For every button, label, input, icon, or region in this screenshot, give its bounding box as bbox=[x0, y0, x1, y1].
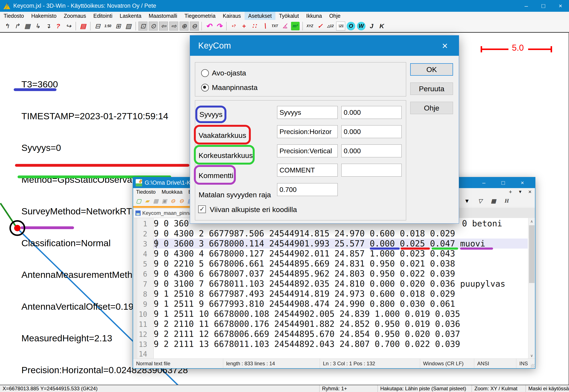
editor-row[interactable]: 11 9 2 2110 11 6678000.176 24544901.882 … bbox=[133, 319, 528, 329]
scroll-down-icon[interactable]: ∨ bbox=[528, 352, 535, 359]
text-txt-icon[interactable]: TXT bbox=[270, 21, 280, 31]
funnel-icon[interactable]: ▽ bbox=[476, 197, 484, 205]
menu-item[interactable]: Asetukset bbox=[245, 12, 275, 20]
print-icon[interactable]: ⊟ bbox=[93, 21, 103, 31]
tab-keycom-maan-pinnal[interactable]: Keycom_maan_pinnal bbox=[134, 208, 194, 218]
write-file-icon[interactable]: ↪ bbox=[63, 21, 73, 31]
point-add-icon[interactable]: + bbox=[239, 21, 249, 31]
menu-item[interactable]: Maastomalli bbox=[145, 12, 181, 20]
dialog-close-button[interactable]: × bbox=[437, 35, 452, 56]
point-multi-icon[interactable]: ∷ bbox=[249, 21, 259, 31]
editor-row[interactable]: 9 9 1 2511 9 6677993.810 24544908.474 24… bbox=[133, 299, 528, 309]
selected-point[interactable] bbox=[14, 225, 21, 231]
zoom-point-icon[interactable]: ⊙ bbox=[148, 21, 158, 31]
resize-grip[interactable] bbox=[531, 364, 535, 368]
save-as-file-icon[interactable]: ↴ bbox=[43, 21, 53, 31]
page-setup-icon[interactable]: ⊞ bbox=[113, 21, 123, 31]
zoom-extents-icon[interactable]: ⊡ bbox=[138, 21, 148, 31]
menu-item[interactable]: Laskenta bbox=[116, 12, 145, 20]
letter-j-icon[interactable]: J bbox=[367, 21, 376, 31]
editor-row[interactable]: 12 9 2 2111 12 6678006.669 24544895.670 … bbox=[133, 329, 528, 339]
editor-minimize-button[interactable]: – bbox=[474, 177, 494, 188]
new-tab-button[interactable]: + bbox=[509, 189, 512, 195]
close-tab-button[interactable]: × bbox=[528, 189, 532, 195]
raster-icon[interactable]: ▨ bbox=[123, 21, 133, 31]
depth-field-name[interactable]: Syvyys bbox=[277, 106, 338, 119]
radio-selected-icon[interactable] bbox=[201, 84, 209, 91]
close-doc-icon[interactable]: ⊖ bbox=[169, 197, 177, 205]
angle-calc-icon[interactable]: ∡ bbox=[280, 21, 290, 31]
open-file-icon[interactable]: ▰ bbox=[143, 197, 151, 205]
scroll-up-icon[interactable]: ∧ bbox=[528, 218, 535, 225]
minimize-button[interactable]: – bbox=[518, 0, 535, 12]
profile-21-icon[interactable]: ∖21 bbox=[336, 21, 345, 31]
paste-icon[interactable]: ▣ bbox=[160, 197, 169, 205]
vert-field-name[interactable]: Precision:Vertical bbox=[277, 144, 338, 157]
editor-row[interactable]: 13 9 2 2111 13 6678011.103 24544892.043 … bbox=[133, 339, 528, 349]
save-icon[interactable]: ▦ bbox=[151, 197, 160, 205]
hex-edit-icon[interactable]: H bbox=[502, 197, 511, 205]
editor-row[interactable]: 8 9 1 2510 8 6677987.493 24544914.819 24… bbox=[133, 289, 528, 299]
panel-icon[interactable]: ▦ bbox=[489, 197, 498, 205]
editor-maximize-button[interactable]: □ bbox=[494, 177, 513, 188]
line-point-icon[interactable]: ∖ bbox=[260, 21, 270, 31]
letter-k-icon[interactable]: K bbox=[377, 21, 387, 31]
editor-row[interactable]: 2 9 0 4300 2 6677987.506 24544914.815 24… bbox=[133, 228, 528, 238]
editor-row[interactable]: 4 9 0 4300 4 6678000.127 24544902.011 24… bbox=[133, 249, 528, 259]
cancel-button[interactable]: Peruuta bbox=[410, 83, 453, 95]
editor-menu-tiedosto[interactable]: Tiedosto bbox=[133, 189, 159, 195]
line-start-checkbox[interactable]: ✓ bbox=[198, 205, 206, 213]
copy-icon[interactable]: ▤ bbox=[78, 21, 88, 31]
comment-field-value[interactable] bbox=[341, 164, 402, 177]
dialog-titlebar[interactable]: KeyCom bbox=[190, 35, 459, 56]
horiz-field-value[interactable]: 0.000 bbox=[341, 125, 402, 138]
open-mesh-file-icon[interactable]: ▦ bbox=[22, 21, 32, 31]
menu-item[interactable]: Tiegeometria bbox=[181, 12, 219, 20]
menu-item[interactable]: Ohje bbox=[326, 12, 344, 20]
open-element-file-icon[interactable]: ↱ bbox=[12, 21, 22, 31]
horiz-field-name[interactable]: Precision:Horizor bbox=[277, 125, 338, 138]
editor-close-button[interactable]: × bbox=[513, 177, 532, 188]
open-point-file-icon[interactable]: ↰ bbox=[2, 21, 12, 31]
menu-item[interactable]: Tiedosto bbox=[0, 12, 28, 20]
point-query-icon[interactable]: +? bbox=[229, 21, 239, 31]
ok-button[interactable]: OK bbox=[410, 63, 453, 76]
print-scale-icon[interactable]: 1:50 bbox=[103, 21, 113, 31]
close-button[interactable]: × bbox=[552, 0, 569, 12]
circle-o-icon[interactable]: O bbox=[346, 21, 356, 31]
editor-row[interactable]: 6 9 0 4300 6 6678007.037 24544895.962 24… bbox=[133, 269, 528, 279]
redo-icon[interactable]: ↷ bbox=[214, 21, 224, 31]
shallow-depth-input[interactable]: 0.700 bbox=[277, 183, 338, 196]
menu-item[interactable]: Kairaus bbox=[219, 12, 245, 20]
radio-avo-ojasta[interactable]: Avo-ojasta bbox=[201, 69, 246, 77]
comment-field-name[interactable]: COMMENT bbox=[277, 164, 338, 177]
close-all-docs-icon[interactable]: ⊖ bbox=[177, 197, 186, 205]
new-file-icon[interactable]: ▢ bbox=[135, 197, 143, 205]
menu-item[interactable]: Hakemisto bbox=[28, 12, 60, 20]
depth-field-value[interactable]: 0.000 bbox=[341, 106, 402, 119]
help-button[interactable]: Ohje bbox=[410, 102, 453, 114]
editor-row[interactable]: 3 9 0 3600 3 6678000.114 24544901.993 25… bbox=[133, 238, 528, 249]
editor-row[interactable]: 10 9 1 2511 10 6678000.108 24544902.005 … bbox=[133, 309, 528, 319]
zoom-in-icon[interactable]: ⊕ bbox=[179, 21, 189, 31]
undo-icon[interactable]: ↶ bbox=[204, 21, 214, 31]
vert-field-value[interactable]: 0.000 bbox=[341, 144, 402, 157]
tab-list-button[interactable]: ▼ bbox=[518, 189, 522, 194]
zoom-out-icon[interactable]: ⊖ bbox=[189, 21, 199, 31]
view-previous-icon[interactable]: ⇦ bbox=[159, 21, 168, 31]
save-file-icon[interactable]: ↳ bbox=[33, 21, 43, 31]
vertical-scrollbar[interactable]: ∧ ∨ bbox=[528, 218, 535, 359]
circle-w-icon[interactable]: W bbox=[356, 21, 366, 31]
scrollbar-thumb[interactable] bbox=[529, 225, 535, 283]
coord-check-icon[interactable]: ✓ bbox=[315, 21, 325, 31]
xyz-calc-icon[interactable]: XYZ bbox=[305, 21, 315, 31]
editor-row[interactable]: 5 9 0 2210 5 6678006.661 24544895.669 24… bbox=[133, 259, 528, 269]
editor-row[interactable]: 14 bbox=[133, 349, 528, 359]
editor-text-area[interactable]: 1 9 0 360 2 9 0 4300 2 6677987.506 24544… bbox=[133, 218, 535, 359]
view-next-icon[interactable]: ⇨ bbox=[169, 21, 179, 31]
menu-item[interactable]: Zoomaus bbox=[60, 12, 90, 20]
triangle-model-icon[interactable]: △12 bbox=[326, 21, 335, 31]
area-m2-icon[interactable]: m² bbox=[290, 21, 300, 31]
maximize-button[interactable]: □ bbox=[535, 0, 552, 12]
radio-icon[interactable] bbox=[201, 69, 209, 77]
